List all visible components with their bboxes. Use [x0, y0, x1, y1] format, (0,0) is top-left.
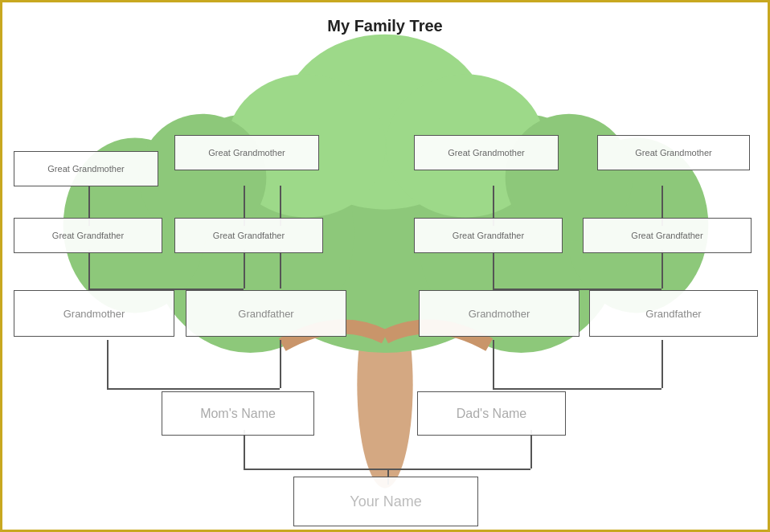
conn-h-dad	[493, 388, 661, 390]
your-name-box: Your Name	[293, 477, 478, 526]
page-title: My Family Tree	[327, 17, 442, 35]
grandfather-2: Grandfather	[589, 290, 758, 337]
great-grandmother-1: Great Grandmother	[14, 151, 158, 186]
conn-v-gf5	[493, 250, 494, 289]
great-grandfather-2: Great Grandfather	[174, 218, 323, 253]
conn-v-gf2	[244, 250, 245, 289]
great-grandfather-1: Great Grandfather	[14, 218, 162, 253]
dad-box: Dad's Name	[417, 391, 566, 436]
conn-v-gf6	[661, 250, 663, 289]
great-grandfather-3: Great Grandfather	[414, 218, 563, 253]
tree-background	[2, 2, 768, 530]
grandmother-2: Grandmother	[419, 290, 580, 337]
conn-v-grandma2	[493, 340, 494, 388]
grandfather-1: Grandfather	[186, 290, 346, 337]
conn-h-mom	[107, 388, 280, 390]
app-container: My Family Tree Great Grandmother Great	[0, 0, 770, 532]
conn-v-grandpa2	[661, 340, 663, 388]
great-grandmother-3: Great Grandmother	[414, 135, 559, 170]
conn-v-dad	[530, 430, 532, 469]
grandmother-1: Grandmother	[14, 290, 174, 337]
mom-box: Mom's Name	[162, 391, 314, 436]
great-grandmother-2: Great Grandmother	[174, 135, 319, 170]
conn-v-gf3	[280, 250, 281, 289]
great-grandmother-4: Great Grandmother	[597, 135, 750, 170]
conn-v-grandma1	[107, 340, 109, 388]
great-grandfather-4: Great Grandfather	[583, 218, 752, 253]
conn-v-grandpa1	[280, 340, 281, 388]
conn-v-mom	[244, 430, 245, 469]
conn-v-gf1	[88, 250, 90, 289]
